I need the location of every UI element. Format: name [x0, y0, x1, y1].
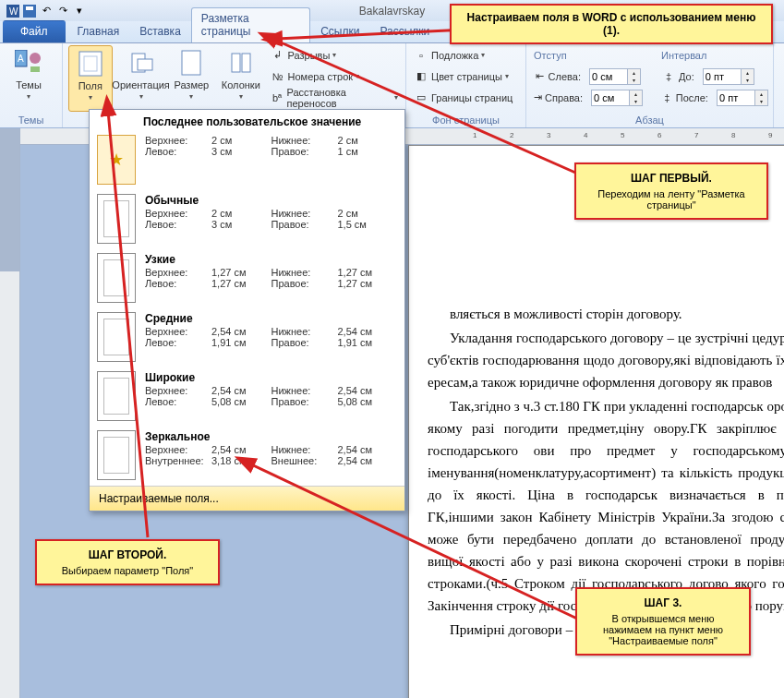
spacing-after-stepper[interactable]: ▴▾ [755, 90, 768, 106]
save-icon[interactable] [22, 4, 37, 18]
margins-button[interactable]: Поля▾ [68, 45, 113, 112]
svg-rect-11 [138, 59, 152, 70]
spacing-before-row: ‡До: ▴▾ [659, 66, 770, 86]
dropdown-last-used-header: Последнее пользовательское значение [90, 110, 404, 131]
qat-more-icon[interactable]: ▾ [72, 4, 87, 18]
breaks-button[interactable]: ↲Разрывы▾ [269, 45, 400, 65]
page-color-icon: ◧ [414, 69, 428, 84]
tab-mailings[interactable]: Рассылки [369, 20, 440, 42]
svg-rect-7 [30, 66, 40, 72]
margins-option-normal[interactable]: Обычные Верхнее:2 смНижнее:2 см Левое:3 … [90, 190, 404, 249]
callout-step1: ШАГ ПЕРВЫЙ.Переходим на ленту "Разметка … [574, 162, 768, 220]
watermark-icon: ▫ [414, 48, 428, 63]
columns-button[interactable]: Колонки▾ [219, 45, 262, 112]
spacing-header: Интервал [659, 45, 770, 65]
spacing-before-stepper[interactable]: ▴▾ [742, 68, 754, 85]
undo-icon[interactable]: ↶ [39, 4, 54, 18]
indent-right-row: ⇥Справа: ▴▾ [532, 88, 643, 107]
line-numbers-icon: № [271, 69, 285, 84]
indent-right-input[interactable] [591, 90, 630, 106]
svg-text:A: A [18, 54, 24, 64]
margins-option-moderate[interactable]: Средние Верхнее:2,54 смНижнее:2,54 см Ле… [90, 308, 404, 367]
themes-icon: A [14, 48, 43, 78]
page-color-button[interactable]: ◧Цвет страницы▾ [412, 66, 520, 86]
svg-rect-12 [182, 51, 200, 75]
page-borders-icon: ▭ [414, 90, 428, 105]
page-borders-button[interactable]: ▭Границы страниц [412, 88, 520, 107]
tab-insert[interactable]: Вставка [129, 20, 191, 42]
spacing-after-icon: ‡ [661, 90, 673, 105]
orientation-icon [127, 48, 156, 78]
group-paragraph-label: Абзац [532, 113, 767, 126]
redo-icon[interactable]: ↷ [55, 4, 70, 18]
vertical-ruler [0, 128, 20, 698]
svg-text:W: W [9, 6, 18, 17]
spacing-before-input[interactable] [703, 68, 742, 85]
word-icon: W [6, 4, 20, 18]
line-numbers-button[interactable]: №Номера строк▾ [269, 66, 400, 86]
indent-left-input[interactable] [589, 68, 628, 85]
tab-references[interactable]: Ссылки [310, 20, 369, 42]
margins-icon [76, 49, 105, 78]
tab-page-layout[interactable]: Разметка страницы [191, 7, 310, 42]
group-themes-label: Темы [6, 113, 56, 126]
svg-rect-14 [242, 54, 250, 72]
group-page-bg-label: Фон страницы [412, 113, 520, 126]
callout-step2: ШАГ ВТОРОЙ.Выбираем параметр "Поля" [35, 539, 220, 585]
themes-button[interactable]: A Темы▾ [6, 45, 52, 112]
callout-top: Настраиваем поля в WORD с использованием… [450, 4, 773, 44]
indent-left-stepper[interactable]: ▴▾ [628, 68, 641, 85]
margins-option-narrow[interactable]: Узкие Верхнее:1,27 смНижнее:1,27 см Лево… [90, 249, 404, 308]
spacing-after-input[interactable] [717, 90, 755, 106]
margins-dropdown: Последнее пользовательское значение ★ Ве… [89, 109, 405, 511]
indent-left-row: ⇤Слева: ▴▾ [532, 66, 643, 86]
spacing-after-row: ‡После: ▴▾ [659, 88, 770, 107]
spacing-before-icon: ‡ [661, 69, 676, 84]
quick-access-toolbar: W ↶ ↷ ▾ [6, 4, 87, 18]
indent-header: Отступ [532, 45, 643, 65]
size-icon [176, 48, 206, 78]
indent-right-stepper[interactable]: ▴▾ [630, 90, 643, 106]
hyphenation-icon: bª [271, 90, 284, 105]
svg-point-6 [30, 53, 41, 64]
svg-rect-13 [232, 54, 240, 72]
tab-file[interactable]: Файл [3, 20, 66, 42]
svg-rect-3 [26, 6, 33, 10]
hyphenation-button[interactable]: bªРасстановка переносов▾ [269, 88, 400, 107]
watermark-button[interactable]: ▫Подложка▾ [412, 45, 520, 65]
indent-left-icon: ⇤ [534, 69, 546, 84]
orientation-button[interactable]: Ориентация▾ [118, 45, 164, 112]
margins-option-mirrored[interactable]: Зеркальное Верхнее:2,54 смНижнее:2,54 см… [90, 427, 404, 486]
tab-home[interactable]: Главная [67, 20, 130, 42]
indent-right-icon: ⇥ [534, 90, 542, 105]
margins-option-wide[interactable]: Широкие Верхнее:2,54 смНижнее:2,54 см Ле… [90, 367, 404, 427]
custom-margins-button[interactable]: Настраиваемые поля... [90, 486, 404, 511]
columns-icon [226, 48, 256, 78]
breaks-icon: ↲ [271, 48, 285, 63]
size-button[interactable]: Размер▾ [170, 45, 213, 112]
margins-option-last[interactable]: ★ Верхнее:2 смНижнее:2 см Левое:3 смПрав… [90, 131, 404, 190]
callout-step3: ШАГ 3.В открывшемся меню нажимаем на пун… [575, 587, 751, 656]
svg-rect-8 [79, 52, 102, 76]
